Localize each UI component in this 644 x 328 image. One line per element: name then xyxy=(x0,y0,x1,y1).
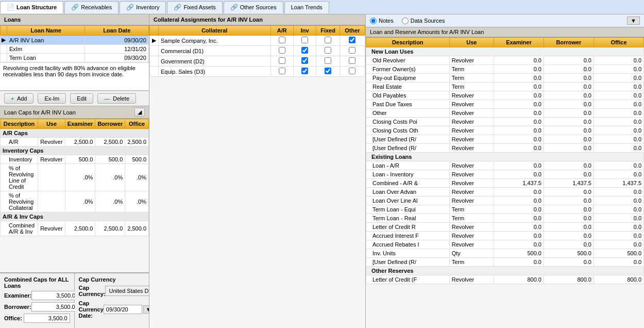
notes-desc: Loan Over Advan xyxy=(366,188,450,196)
collateral-table-wrap[interactable]: Collateral A/R Inv Fixed Other ▶ Sample … xyxy=(149,25,365,77)
caps-row[interactable]: % of Revolving Line of Credit .0% .0% .0… xyxy=(1,164,149,191)
notes-row[interactable]: Inv. Units Qty 500.0 500.0 500.0 xyxy=(366,249,644,258)
collateral-arrow xyxy=(150,46,159,56)
collateral-fixed[interactable] xyxy=(316,67,340,77)
notes-row[interactable]: Letter of Credit (F Revolver 800.0 800.0… xyxy=(366,275,644,284)
notes-row[interactable]: Loan - Inventory Revolver 0.0 0.0 0.0 xyxy=(366,170,644,179)
collateral-other[interactable] xyxy=(340,36,365,46)
notes-radio[interactable] xyxy=(370,18,377,24)
tab-loan-structure[interactable]: 📄 Loan Structure xyxy=(0,1,63,13)
notes-col-examiner: Examiner xyxy=(494,38,544,47)
examiner-input[interactable] xyxy=(31,291,78,300)
collateral-inv[interactable] xyxy=(294,56,316,67)
caps-office: 2,500.0 xyxy=(125,221,149,236)
collateral-fixed[interactable] xyxy=(316,36,340,46)
notes-row[interactable]: [User Defined (R/ Term 0.0 0.0 0.0 xyxy=(366,258,644,267)
notes-office: 0.0 xyxy=(594,144,643,153)
collateral-row[interactable]: Government (D2) xyxy=(150,56,365,67)
caps-row[interactable]: Inventory Revolver 500.0 500.0 500.0 xyxy=(1,155,149,164)
add-button[interactable]: + Add xyxy=(4,93,33,104)
collateral-inv[interactable] xyxy=(294,36,316,46)
caps-row[interactable]: A/R Revolver 2,500.0 2,500.0 2,500.0 xyxy=(1,138,149,146)
notes-row[interactable]: Accrued Rebates I Revolver 0.0 0.0 0.0 xyxy=(366,240,644,249)
notes-row[interactable]: Loan - A/R Revolver 0.0 0.0 0.0 xyxy=(366,161,644,170)
collateral-other[interactable] xyxy=(340,46,365,56)
notes-row[interactable]: Loan Over Advan Revolver 0.0 0.0 0.0 xyxy=(366,188,644,196)
collateral-ar[interactable] xyxy=(270,67,294,77)
tab-receivables[interactable]: 🔗 Receivables xyxy=(64,1,118,13)
notes-row[interactable]: Pay-out Equipme Term 0.0 0.0 0.0 xyxy=(366,74,644,83)
notes-row[interactable]: [User Defined (R/ Revolver 0.0 0.0 0.0 xyxy=(366,135,644,144)
notes-row[interactable]: Other Revolver 0.0 0.0 0.0 xyxy=(366,109,644,118)
collateral-row[interactable]: Commercial (D1) xyxy=(150,46,365,56)
notes-row[interactable]: [User Defined (R/ Revolver 0.0 0.0 0.0 xyxy=(366,144,644,153)
loans-table-wrap[interactable]: Loan Name Loan Date ▶ A/R INV Loan 09/30… xyxy=(0,25,149,62)
notes-group-header: Other Reserves xyxy=(366,267,644,275)
collateral-inv[interactable] xyxy=(294,46,316,56)
caps-desc: A/R xyxy=(1,138,38,146)
tab-inventory[interactable]: 🔗 Inventory xyxy=(120,1,166,13)
notes-row[interactable]: Real Estate Term 0.0 0.0 0.0 xyxy=(366,83,644,91)
loan-row[interactable]: ▶ A/R INV Loan 09/30/20 xyxy=(1,36,149,45)
notes-borrower: 0.0 xyxy=(544,144,594,153)
notes-desc: Pay-out Equipme xyxy=(366,74,450,83)
notes-examiner: 0.0 xyxy=(494,161,544,170)
currency-date-input[interactable] xyxy=(104,305,142,314)
notes-row[interactable]: Loan Over Line Al Revolver 0.0 0.0 0.0 xyxy=(366,196,644,205)
notes-table-wrap[interactable]: Description Use Examiner Borrower Office… xyxy=(366,37,644,328)
notes-borrower: 800.0 xyxy=(544,275,594,284)
data-sources-radio-group: Data Sources xyxy=(402,18,445,24)
collateral-row[interactable]: ▶ Sample Company, Inc. xyxy=(150,36,365,46)
office-input[interactable] xyxy=(24,314,70,323)
caps-settings-button[interactable]: ◢ xyxy=(134,108,145,117)
edit-button[interactable]: Edit xyxy=(70,93,93,104)
collateral-ar[interactable] xyxy=(270,46,294,56)
notes-row[interactable]: Past Due Taxes Revolver 0.0 0.0 0.0 xyxy=(366,100,644,109)
notes-office: 0.0 xyxy=(594,161,643,170)
collateral-ar[interactable] xyxy=(270,36,294,46)
collateral-fixed[interactable] xyxy=(316,46,340,56)
caps-row[interactable]: Combined A/R & Inv Revolver 2,500.0 2,50… xyxy=(1,221,149,236)
caps-borrower: 2,500.0 xyxy=(95,221,125,236)
notes-office: 800.0 xyxy=(594,275,643,284)
ex-im-button[interactable]: Ex-Im xyxy=(38,93,66,104)
data-sources-radio[interactable] xyxy=(402,18,409,24)
notes-row[interactable]: Closing Costs Oth Revolver 0.0 0.0 0.0 xyxy=(366,126,644,135)
notes-use: Revolver xyxy=(449,170,494,179)
notes-row[interactable]: Old Revolver Revolver 0.0 0.0 0.0 xyxy=(366,56,644,65)
loan-row[interactable]: ExIm 12/31/20 xyxy=(1,45,149,54)
notes-row[interactable]: Old Payables Revolver 0.0 0.0 0.0 xyxy=(366,91,644,100)
tab-loan-trends[interactable]: Loan Trends xyxy=(284,1,329,13)
collateral-fixed[interactable] xyxy=(316,56,340,67)
collateral-ar[interactable] xyxy=(270,56,294,67)
notes-examiner: 0.0 xyxy=(494,205,544,214)
tab-other-sources[interactable]: 🔗 Other Sources xyxy=(224,1,283,13)
notes-desc: Old Payables xyxy=(366,91,450,100)
notes-use: Qty xyxy=(449,249,494,258)
notes-row[interactable]: Former Owner(s) Term 0.0 0.0 0.0 xyxy=(366,65,644,74)
right-panel: Notes Data Sources ▼ Loan and Reserve Am… xyxy=(366,14,644,328)
collateral-row[interactable]: Equip. Sales (D3) xyxy=(150,67,365,77)
notes-row[interactable]: Letter of Credit R Revolver 0.0 0.0 0.0 xyxy=(366,223,644,232)
expand-button[interactable]: ▼ xyxy=(627,17,640,25)
notes-row[interactable]: Accrued Interest F Revolver 0.0 0.0 0.0 xyxy=(366,232,644,240)
caps-row[interactable]: % of Revolving Collateral .0% .0% .0% xyxy=(1,191,149,212)
notes-row[interactable]: Term Loan - Real Term 0.0 0.0 0.0 xyxy=(366,214,644,223)
delete-button[interactable]: — Delete xyxy=(97,93,136,104)
borrower-input[interactable] xyxy=(31,302,78,311)
notes-row[interactable]: Closing Costs Poi Revolver 0.0 0.0 0.0 xyxy=(366,118,644,126)
loan-row[interactable]: Term Loan 09/30/20 xyxy=(1,54,149,62)
collateral-inv[interactable] xyxy=(294,67,316,77)
currency-select[interactable]: United States DollarEuroBritish Pound xyxy=(105,286,149,296)
collateral-arrow xyxy=(150,56,159,67)
caps-table-wrap[interactable]: Description Use Examiner Borrower Office… xyxy=(0,119,149,272)
collateral-other[interactable] xyxy=(340,67,365,77)
date-picker-button[interactable]: ▼ xyxy=(143,305,149,314)
notes-row[interactable]: Term Loan - Equi Term 0.0 0.0 0.0 xyxy=(366,205,644,214)
notes-use: Term xyxy=(449,205,494,214)
caps-col-desc: Description xyxy=(1,119,38,129)
collateral-other[interactable] xyxy=(340,56,365,67)
notes-desc: Loan - Inventory xyxy=(366,170,450,179)
notes-row[interactable]: Combined - A/R & Revolver 1,437.5 1,437.… xyxy=(366,179,644,188)
tab-fixed-assets[interactable]: 🔗 Fixed Assets xyxy=(167,1,222,13)
